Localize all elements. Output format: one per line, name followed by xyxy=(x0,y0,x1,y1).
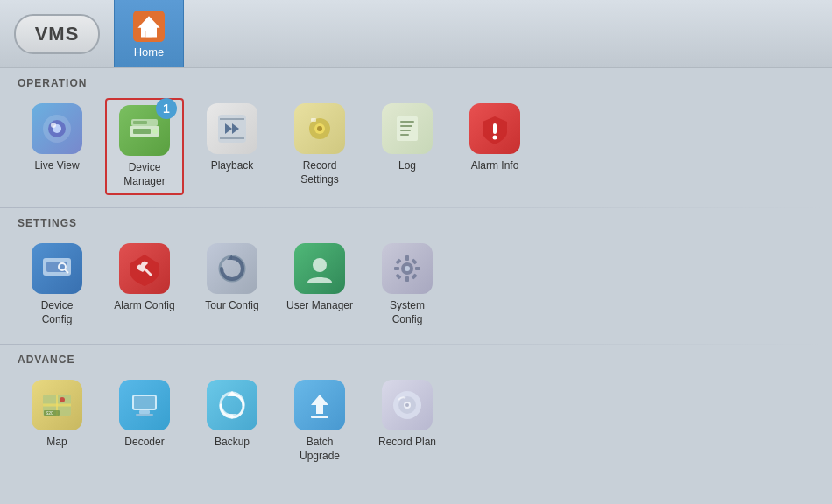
record-settings-label: RecordSettings xyxy=(300,159,338,186)
svg-marker-57 xyxy=(311,395,328,414)
map-label: Map xyxy=(46,436,67,450)
svg-point-48 xyxy=(60,397,65,402)
playback-item[interactable]: Playback xyxy=(193,98,271,178)
log-icon xyxy=(382,103,433,154)
svg-rect-40 xyxy=(415,267,420,270)
record-settings-svg xyxy=(302,111,337,146)
user-manager-icon xyxy=(294,243,345,294)
advance-section: ADVANCE S20 xyxy=(0,345,832,480)
svg-rect-41 xyxy=(395,259,401,265)
system-config-item[interactable]: SystemConfig xyxy=(368,238,447,332)
home-tab[interactable]: Home xyxy=(114,0,184,67)
vms-logo: VMS xyxy=(0,0,114,68)
batch-upgrade-item[interactable]: BatchUpgrade xyxy=(280,374,359,468)
main-content: OPERATION Live View 1 xyxy=(0,68,832,481)
svg-rect-44 xyxy=(411,259,417,265)
svg-rect-23 xyxy=(400,125,412,127)
svg-rect-53 xyxy=(139,410,150,414)
record-plan-item[interactable]: Record Plan xyxy=(368,374,447,455)
device-manager-label: DeviceManager xyxy=(123,161,165,188)
home-icon xyxy=(133,10,165,42)
system-config-label: SystemConfig xyxy=(390,299,425,326)
svg-rect-2 xyxy=(145,31,152,37)
map-item[interactable]: S20 Map xyxy=(18,374,96,455)
svg-point-6 xyxy=(51,122,56,128)
batch-upgrade-icon xyxy=(294,380,345,430)
svg-point-27 xyxy=(493,136,497,140)
device-config-svg xyxy=(39,251,74,286)
map-svg: S20 xyxy=(39,388,74,423)
operation-section: OPERATION Live View 1 xyxy=(0,68,832,207)
backup-label: Backup xyxy=(215,436,250,450)
svg-rect-21 xyxy=(397,116,418,141)
record-settings-item[interactable]: RecordSettings xyxy=(280,98,359,192)
batch-upgrade-label: BatchUpgrade xyxy=(300,436,340,463)
alarm-config-label: Alarm Config xyxy=(114,299,174,313)
settings-section: SETTINGS DeviceConfig xyxy=(0,208,832,344)
record-settings-icon xyxy=(294,103,345,154)
svg-rect-52 xyxy=(134,396,155,409)
svg-point-19 xyxy=(317,126,322,131)
alarm-info-label: Alarm Info xyxy=(471,159,519,173)
alarm-config-icon xyxy=(119,243,170,294)
system-config-icon xyxy=(382,243,433,294)
tour-config-label: Tour Config xyxy=(205,299,258,313)
alarm-info-svg xyxy=(477,111,512,146)
tour-config-svg xyxy=(215,251,250,286)
backup-icon xyxy=(207,380,257,430)
advance-label: ADVANCE xyxy=(18,354,814,366)
decoder-svg xyxy=(127,388,162,423)
record-plan-label: Record Plan xyxy=(378,436,436,450)
tour-config-icon xyxy=(207,243,257,294)
svg-rect-22 xyxy=(400,121,414,122)
top-nav: VMS Home xyxy=(0,0,832,68)
user-manager-item[interactable]: User Manager xyxy=(280,238,359,318)
device-config-item[interactable]: DeviceConfig xyxy=(18,238,96,332)
svg-rect-58 xyxy=(311,416,328,418)
alarm-info-item[interactable]: Alarm Info xyxy=(455,98,534,178)
svg-point-34 xyxy=(313,258,327,272)
svg-rect-24 xyxy=(400,130,411,131)
svg-rect-11 xyxy=(133,121,147,124)
record-plan-svg xyxy=(390,388,425,423)
svg-rect-13 xyxy=(220,118,244,120)
alarm-config-item[interactable]: Alarm Config xyxy=(105,238,184,318)
operation-label: OPERATION xyxy=(18,77,814,89)
svg-rect-14 xyxy=(220,137,244,139)
device-config-label: DeviceConfig xyxy=(41,299,74,326)
log-item[interactable]: Log xyxy=(368,98,447,178)
svg-rect-42 xyxy=(411,274,417,280)
backup-item[interactable]: Backup xyxy=(193,374,271,455)
settings-grid: DeviceConfig Alarm Config xyxy=(18,238,814,332)
vms-logo-text: VMS xyxy=(14,14,101,54)
svg-rect-37 xyxy=(405,256,409,261)
live-view-icon xyxy=(32,103,82,154)
svg-rect-54 xyxy=(136,414,153,416)
device-config-icon xyxy=(32,243,82,294)
svg-rect-25 xyxy=(400,134,409,136)
live-view-item[interactable]: Live View xyxy=(18,98,96,178)
svg-point-62 xyxy=(405,403,409,407)
record-plan-icon xyxy=(382,380,433,430)
operation-grid: Live View 1 DeviceM xyxy=(18,98,814,195)
home-tab-label: Home xyxy=(134,46,165,59)
alarm-info-icon xyxy=(469,103,520,154)
system-config-svg xyxy=(390,251,425,286)
backup-svg xyxy=(215,388,250,423)
svg-rect-38 xyxy=(405,276,409,282)
playback-icon xyxy=(207,103,257,154)
tour-config-item[interactable]: Tour Config xyxy=(193,238,271,318)
svg-rect-8 xyxy=(133,129,151,134)
svg-point-36 xyxy=(405,266,410,271)
playback-label: Playback xyxy=(211,159,254,173)
svg-rect-39 xyxy=(394,267,399,270)
map-icon: S20 xyxy=(32,380,82,430)
svg-text:S20: S20 xyxy=(46,410,53,416)
log-label: Log xyxy=(398,159,416,173)
decoder-item[interactable]: Decoder xyxy=(105,374,184,455)
settings-label: SETTINGS xyxy=(18,217,814,229)
svg-rect-26 xyxy=(493,123,497,134)
log-svg xyxy=(390,111,425,146)
device-manager-badge: 1 xyxy=(156,98,177,119)
device-manager-item[interactable]: 1 DeviceManager xyxy=(105,98,184,195)
